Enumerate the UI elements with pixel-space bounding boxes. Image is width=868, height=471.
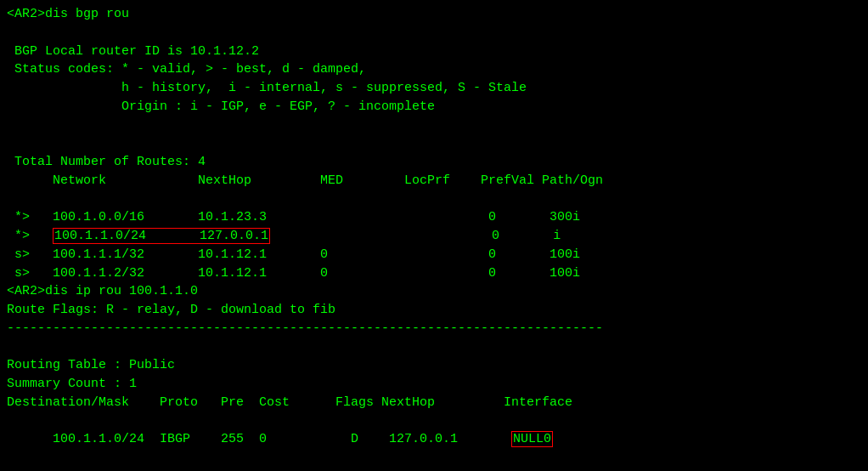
divider-line: ----------------------------------------… — [7, 320, 861, 338]
terminal-window: <AR2>dis bgp rou BGP Local router ID is … — [0, 0, 868, 471]
highlighted-network: 100.1.1.0/24 127.0.0.1 — [53, 228, 270, 244]
route-row-4: s> 100.1.1.2/32 10.1.12.1 0 0 100i — [7, 264, 861, 283]
status-codes: Status codes: * - valid, > - best, d - d… — [7, 60, 861, 79]
blank-line-3 — [7, 134, 861, 153]
blank-line-2 — [7, 116, 861, 135]
route-flags: Route Flags: R - relay, D - download to … — [7, 301, 861, 320]
null0-interface: NULL0 — [511, 431, 553, 447]
route-row-2: *> 100.1.1.0/24 127.0.0.1 0 i — [7, 227, 861, 246]
route-row-1: *> 100.1.0.0/16 10.1.23.3 0 300i — [7, 208, 861, 227]
routing-table-label: Routing Table : Public — [7, 356, 861, 375]
command-line-2: <AR2>dis ip rou 100.1.1.0 — [7, 282, 861, 301]
command-line-1: <AR2>dis bgp rou — [7, 5, 861, 24]
total-routes: Total Number of Routes: 4 — [7, 153, 861, 172]
summary-count: Summary Count : 1 — [7, 375, 861, 394]
route-row-3: s> 100.1.1.1/32 10.1.12.1 0 0 100i — [7, 246, 861, 264]
destination-row: 100.1.1.0/24 IBGP 255 0 D 127.0.0.1 NULL… — [7, 430, 861, 449]
table-header: Network NextHop MED LocPrf PrefVal Path/… — [7, 172, 861, 190]
blank-line-6 — [7, 412, 861, 431]
blank-line-4 — [7, 190, 861, 209]
blank-line-5 — [7, 338, 861, 357]
destination-header: Destination/Mask Proto Pre Cost Flags Ne… — [7, 394, 861, 412]
status-history: h - history, i - internal, s - suppresse… — [7, 79, 861, 98]
status-origin: Origin : i - IGP, e - EGP, ? - incomplet… — [7, 98, 861, 116]
bgp-router-id: BGP Local router ID is 10.1.12.2 — [7, 43, 861, 61]
blank-line-1 — [7, 24, 861, 43]
